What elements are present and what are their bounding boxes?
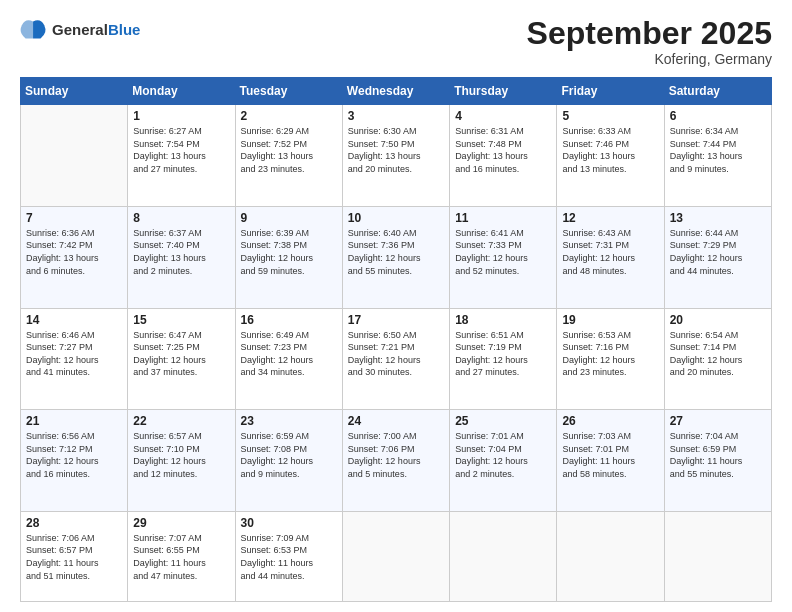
day-info: Sunrise: 7:00 AM Sunset: 7:06 PM Dayligh… <box>348 430 444 480</box>
day-number: 10 <box>348 211 444 225</box>
day-number: 27 <box>670 414 766 428</box>
day-number: 7 <box>26 211 122 225</box>
calendar-cell: 13Sunrise: 6:44 AM Sunset: 7:29 PM Dayli… <box>664 206 771 308</box>
weekday-header-saturday: Saturday <box>664 78 771 105</box>
calendar-cell <box>664 511 771 601</box>
day-number: 23 <box>241 414 337 428</box>
calendar-cell: 3Sunrise: 6:30 AM Sunset: 7:50 PM Daylig… <box>342 105 449 207</box>
calendar-cell: 9Sunrise: 6:39 AM Sunset: 7:38 PM Daylig… <box>235 206 342 308</box>
calendar-cell: 27Sunrise: 7:04 AM Sunset: 6:59 PM Dayli… <box>664 410 771 512</box>
day-number: 26 <box>562 414 658 428</box>
day-info: Sunrise: 7:07 AM Sunset: 6:55 PM Dayligh… <box>133 532 229 582</box>
day-info: Sunrise: 7:03 AM Sunset: 7:01 PM Dayligh… <box>562 430 658 480</box>
day-number: 19 <box>562 313 658 327</box>
day-number: 14 <box>26 313 122 327</box>
day-info: Sunrise: 6:46 AM Sunset: 7:27 PM Dayligh… <box>26 329 122 379</box>
calendar-cell <box>342 511 449 601</box>
day-info: Sunrise: 6:44 AM Sunset: 7:29 PM Dayligh… <box>670 227 766 277</box>
day-info: Sunrise: 6:43 AM Sunset: 7:31 PM Dayligh… <box>562 227 658 277</box>
day-number: 22 <box>133 414 229 428</box>
day-info: Sunrise: 7:01 AM Sunset: 7:04 PM Dayligh… <box>455 430 551 480</box>
day-info: Sunrise: 6:53 AM Sunset: 7:16 PM Dayligh… <box>562 329 658 379</box>
calendar-cell: 14Sunrise: 6:46 AM Sunset: 7:27 PM Dayli… <box>21 308 128 410</box>
week-row-3: 14Sunrise: 6:46 AM Sunset: 7:27 PM Dayli… <box>21 308 772 410</box>
weekday-header-row: SundayMondayTuesdayWednesdayThursdayFrid… <box>21 78 772 105</box>
day-info: Sunrise: 6:56 AM Sunset: 7:12 PM Dayligh… <box>26 430 122 480</box>
calendar-cell: 21Sunrise: 6:56 AM Sunset: 7:12 PM Dayli… <box>21 410 128 512</box>
day-number: 4 <box>455 109 551 123</box>
calendar-cell: 8Sunrise: 6:37 AM Sunset: 7:40 PM Daylig… <box>128 206 235 308</box>
calendar-cell: 5Sunrise: 6:33 AM Sunset: 7:46 PM Daylig… <box>557 105 664 207</box>
calendar-cell: 22Sunrise: 6:57 AM Sunset: 7:10 PM Dayli… <box>128 410 235 512</box>
calendar-cell: 28Sunrise: 7:06 AM Sunset: 6:57 PM Dayli… <box>21 511 128 601</box>
day-number: 11 <box>455 211 551 225</box>
day-number: 8 <box>133 211 229 225</box>
calendar-cell: 1Sunrise: 6:27 AM Sunset: 7:54 PM Daylig… <box>128 105 235 207</box>
location: Kofering, Germany <box>527 51 772 67</box>
day-info: Sunrise: 7:04 AM Sunset: 6:59 PM Dayligh… <box>670 430 766 480</box>
calendar-cell: 29Sunrise: 7:07 AM Sunset: 6:55 PM Dayli… <box>128 511 235 601</box>
calendar-cell: 17Sunrise: 6:50 AM Sunset: 7:21 PM Dayli… <box>342 308 449 410</box>
day-number: 24 <box>348 414 444 428</box>
day-number: 20 <box>670 313 766 327</box>
day-info: Sunrise: 7:06 AM Sunset: 6:57 PM Dayligh… <box>26 532 122 582</box>
month-title: September 2025 <box>527 16 772 51</box>
day-number: 3 <box>348 109 444 123</box>
logo-icon <box>20 16 48 44</box>
day-info: Sunrise: 6:27 AM Sunset: 7:54 PM Dayligh… <box>133 125 229 175</box>
day-number: 29 <box>133 516 229 530</box>
day-number: 1 <box>133 109 229 123</box>
day-number: 18 <box>455 313 551 327</box>
calendar-cell <box>450 511 557 601</box>
day-info: Sunrise: 6:59 AM Sunset: 7:08 PM Dayligh… <box>241 430 337 480</box>
weekday-header-thursday: Thursday <box>450 78 557 105</box>
day-info: Sunrise: 6:50 AM Sunset: 7:21 PM Dayligh… <box>348 329 444 379</box>
logo-blue: Blue <box>108 21 141 38</box>
weekday-header-monday: Monday <box>128 78 235 105</box>
calendar-cell: 25Sunrise: 7:01 AM Sunset: 7:04 PM Dayli… <box>450 410 557 512</box>
header: GeneralBlue September 2025 Kofering, Ger… <box>20 16 772 67</box>
calendar-cell: 18Sunrise: 6:51 AM Sunset: 7:19 PM Dayli… <box>450 308 557 410</box>
day-number: 30 <box>241 516 337 530</box>
day-number: 6 <box>670 109 766 123</box>
calendar-cell: 15Sunrise: 6:47 AM Sunset: 7:25 PM Dayli… <box>128 308 235 410</box>
calendar-cell <box>557 511 664 601</box>
day-info: Sunrise: 6:37 AM Sunset: 7:40 PM Dayligh… <box>133 227 229 277</box>
week-row-4: 21Sunrise: 6:56 AM Sunset: 7:12 PM Dayli… <box>21 410 772 512</box>
logo-text: GeneralBlue <box>52 21 140 39</box>
day-number: 9 <box>241 211 337 225</box>
day-info: Sunrise: 6:41 AM Sunset: 7:33 PM Dayligh… <box>455 227 551 277</box>
day-number: 17 <box>348 313 444 327</box>
day-info: Sunrise: 6:36 AM Sunset: 7:42 PM Dayligh… <box>26 227 122 277</box>
weekday-header-sunday: Sunday <box>21 78 128 105</box>
logo: GeneralBlue <box>20 16 140 44</box>
calendar-cell: 11Sunrise: 6:41 AM Sunset: 7:33 PM Dayli… <box>450 206 557 308</box>
day-info: Sunrise: 6:39 AM Sunset: 7:38 PM Dayligh… <box>241 227 337 277</box>
weekday-header-wednesday: Wednesday <box>342 78 449 105</box>
day-info: Sunrise: 6:34 AM Sunset: 7:44 PM Dayligh… <box>670 125 766 175</box>
day-info: Sunrise: 6:40 AM Sunset: 7:36 PM Dayligh… <box>348 227 444 277</box>
calendar-cell <box>21 105 128 207</box>
calendar-cell: 2Sunrise: 6:29 AM Sunset: 7:52 PM Daylig… <box>235 105 342 207</box>
day-info: Sunrise: 6:49 AM Sunset: 7:23 PM Dayligh… <box>241 329 337 379</box>
calendar-cell: 10Sunrise: 6:40 AM Sunset: 7:36 PM Dayli… <box>342 206 449 308</box>
logo-general: General <box>52 21 108 38</box>
day-number: 2 <box>241 109 337 123</box>
calendar-cell: 26Sunrise: 7:03 AM Sunset: 7:01 PM Dayli… <box>557 410 664 512</box>
day-info: Sunrise: 6:54 AM Sunset: 7:14 PM Dayligh… <box>670 329 766 379</box>
calendar-cell: 7Sunrise: 6:36 AM Sunset: 7:42 PM Daylig… <box>21 206 128 308</box>
calendar-table: SundayMondayTuesdayWednesdayThursdayFrid… <box>20 77 772 602</box>
day-number: 13 <box>670 211 766 225</box>
day-number: 21 <box>26 414 122 428</box>
day-number: 28 <box>26 516 122 530</box>
day-number: 25 <box>455 414 551 428</box>
calendar-page: GeneralBlue September 2025 Kofering, Ger… <box>0 0 792 612</box>
calendar-cell: 23Sunrise: 6:59 AM Sunset: 7:08 PM Dayli… <box>235 410 342 512</box>
day-info: Sunrise: 6:29 AM Sunset: 7:52 PM Dayligh… <box>241 125 337 175</box>
calendar-cell: 4Sunrise: 6:31 AM Sunset: 7:48 PM Daylig… <box>450 105 557 207</box>
day-number: 16 <box>241 313 337 327</box>
day-info: Sunrise: 6:33 AM Sunset: 7:46 PM Dayligh… <box>562 125 658 175</box>
day-number: 15 <box>133 313 229 327</box>
calendar-cell: 6Sunrise: 6:34 AM Sunset: 7:44 PM Daylig… <box>664 105 771 207</box>
day-info: Sunrise: 6:30 AM Sunset: 7:50 PM Dayligh… <box>348 125 444 175</box>
